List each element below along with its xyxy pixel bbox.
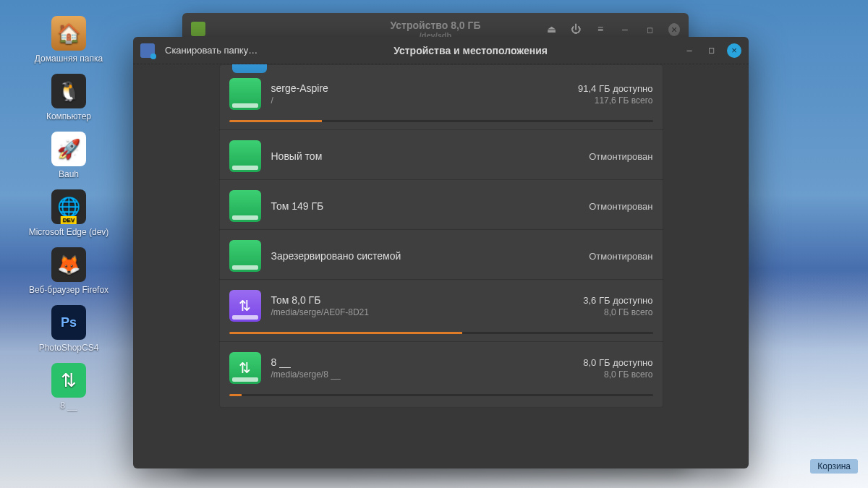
window-title: Устройства и местоположения <box>268 45 673 56</box>
volumes-panel: serge-Aspire/91,4 ГБ доступно117,6 ГБ вс… <box>219 64 663 408</box>
close-button[interactable]: × <box>727 43 741 58</box>
desktop-icon[interactable]: Компьютер <box>14 74 123 121</box>
volume-item[interactable]: serge-Aspire/91,4 ГБ доступно117,6 ГБ вс… <box>219 68 663 130</box>
disk-usage-window: Сканировать папку… Устройства и местопол… <box>133 37 749 468</box>
hard-drive-icon <box>229 190 261 222</box>
volume-name: Том 8,0 ГБ <box>271 294 574 306</box>
usage-bar <box>229 120 653 122</box>
ff-icon <box>51 247 86 282</box>
hamburger-icon[interactable] <box>595 23 606 36</box>
volume-total: 8,0 ГБ всего <box>583 307 652 317</box>
desktop-icon-label: Bauh <box>59 169 79 179</box>
hard-drive-icon <box>229 78 261 110</box>
volume-unmounted-label: Отмонтирован <box>589 251 652 262</box>
usb-drive-icon <box>229 290 261 322</box>
volume-path: /media/serge/AE0F-8D21 <box>271 307 574 317</box>
close-button[interactable]: × <box>668 23 680 36</box>
volume-name: Новый том <box>271 150 579 162</box>
volume-item[interactable]: Том 8,0 ГБ/media/serge/AE0F-8D213,6 ГБ д… <box>219 280 663 342</box>
volume-item[interactable]: Том 149 ГБОтмонтирован <box>219 180 663 230</box>
desktop-icon[interactable]: 8 __ <box>14 363 123 411</box>
usage-bar <box>229 394 653 396</box>
volume-available: 3,6 ГБ доступно <box>583 295 652 306</box>
back-window-appicon <box>191 22 205 36</box>
volume-total: 8,0 ГБ всего <box>583 369 652 380</box>
hard-drive-icon <box>229 240 261 272</box>
trash-label[interactable]: Корзина <box>810 459 858 474</box>
volume-unmounted-label: Отмонтирован <box>589 201 652 212</box>
desktop-icon-label: PhotoShopCS4 <box>39 343 99 353</box>
house-icon <box>51 16 86 51</box>
desktop-icon[interactable]: Microsoft Edge (dev) <box>14 189 123 237</box>
tux-icon <box>51 74 86 108</box>
desktop-icon-label: Веб-браузер Firefox <box>29 285 109 295</box>
edge-icon <box>51 189 86 224</box>
desktop-icon-label: Домашняя папка <box>35 53 103 64</box>
volume-item[interactable]: Новый томОтмонтирован <box>219 130 663 180</box>
minimize-button[interactable]: – <box>684 45 695 56</box>
desktop-icon-label: Microsoft Edge (dev) <box>29 227 109 237</box>
desktop-icon-label: 8 __ <box>60 401 77 411</box>
usb-icon <box>51 363 86 398</box>
volume-path: /media/serge/8 __ <box>271 369 574 380</box>
maximize-button[interactable]: ◻ <box>705 46 717 55</box>
ps-icon <box>51 305 86 340</box>
desktop-icon[interactable]: PhotoShopCS4 <box>14 305 123 353</box>
volume-name: Том 149 ГБ <box>271 200 579 212</box>
desktop-icon[interactable]: Bauh <box>14 132 123 179</box>
usb-drive-icon <box>229 352 261 384</box>
power-icon[interactable] <box>570 23 582 36</box>
volume-name: serge-Aspire <box>271 82 569 94</box>
volume-name: 8 __ <box>271 356 574 368</box>
rocket-icon <box>51 132 86 166</box>
window-header: Сканировать папку… Устройства и местопол… <box>133 37 749 64</box>
minimize-button[interactable] <box>619 23 631 36</box>
desktop-icon[interactable]: Домашняя папка <box>14 16 123 64</box>
disk-analyzer-icon <box>140 43 155 58</box>
back-window-title: Устройство 8,0 ГБ <box>390 20 480 31</box>
eject-icon[interactable] <box>545 23 557 36</box>
hard-drive-icon <box>229 140 261 172</box>
desktop-icons: Домашняя папкаКомпьютерBauhMicrosoft Edg… <box>14 16 123 411</box>
desktop-icon-label: Компьютер <box>46 111 91 121</box>
usage-bar <box>229 332 653 334</box>
maximize-button[interactable] <box>644 23 655 36</box>
volume-item[interactable]: 8 __/media/serge/8 __8,0 ГБ доступно8,0 … <box>219 342 663 403</box>
desktop-icon[interactable]: Веб-браузер Firefox <box>14 247 123 295</box>
volume-unmounted-label: Отмонтирован <box>589 151 652 162</box>
volume-total: 117,6 ГБ всего <box>578 95 652 106</box>
volume-available: 91,4 ГБ доступно <box>578 83 652 94</box>
volume-item[interactable]: Зарезервировано системойОтмонтирован <box>219 230 663 280</box>
volume-available: 8,0 ГБ доступно <box>583 357 652 368</box>
volume-path: / <box>271 95 569 106</box>
scan-folder-button[interactable]: Сканировать папку… <box>165 45 258 56</box>
volume-name: Зарезервировано системой <box>271 250 579 262</box>
